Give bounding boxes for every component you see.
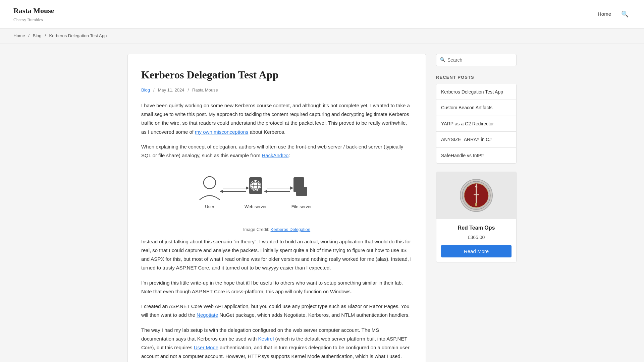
promo-image-wrap [436,172,516,219]
link-negotiate[interactable]: Negotiate [197,312,218,318]
link-kestrel[interactable]: Kestrel [258,336,274,342]
promo-badge [460,179,493,212]
post-para-2: When explaining the concept of delegatio… [141,142,412,160]
search-input[interactable] [447,57,513,63]
svg-text:File server: File server [291,204,312,209]
site-title[interactable]: Rasta Mouse [13,5,54,16]
header-search-icon[interactable]: 🔍 [619,10,631,18]
page-wrapper: Kerberos Delegation Test App Blog / May … [121,44,523,362]
link-user-mode[interactable]: User Mode [194,345,218,350]
sidebar-search-icon: 🔍 [440,56,445,64]
breadcrumb-home[interactable]: Home [13,33,25,38]
svg-point-0 [204,177,216,189]
post-title: Kerberos Delegation Test App [141,66,412,83]
site-header: Rasta Mouse Cheesy Rumbles Home 🔍 [0,0,644,28]
sidebar: 🔍 RECENT POSTS Kerberos Delegation Test … [436,54,517,262]
promo-title: Red Team Ops [441,224,512,232]
breadcrumb: Home / Blog / Kerberos Delegation Test A… [0,28,644,44]
breadcrumb-sep-2: / [45,33,46,38]
link-misconceptions[interactable]: my own misconceptions [195,129,248,135]
post-para-3: Instead of just talking about this scena… [141,237,412,273]
post-meta-sep2: / [187,87,189,94]
recent-post-item[interactable]: ANYSIZE_ARRAY in C# [436,132,516,147]
svg-marker-5 [220,190,223,193]
delegation-diagram: User Web server [190,168,364,222]
recent-posts-section: RECENT POSTS Kerberos Delegation Test Ap… [436,74,517,164]
recent-post-item[interactable]: Custom Beacon Artifacts [436,100,516,116]
post-para-5: I created an ASP.NET Core Web API applic… [141,302,412,320]
breadcrumb-current: Kerberos Delegation Test App [49,33,107,38]
svg-rect-27 [475,203,477,206]
recent-posts-title: RECENT POSTS [436,74,517,81]
svg-text:Web server: Web server [245,204,267,209]
svg-text:User: User [205,204,214,209]
main-content: Kerberos Delegation Test App Blog / May … [127,54,426,362]
main-nav: Home 🔍 [598,10,631,18]
post-meta-sep: / [153,87,155,94]
site-tagline: Cheesy Rumbles [13,16,54,23]
promo-card: Red Team Ops £365.00 Read More [436,172,517,262]
post-body: I have been quietly working on some new … [141,101,412,362]
link-hackanddo[interactable]: HackAndDo [262,153,288,158]
recent-post-item[interactable]: YARP as a C2 Redirector [436,116,516,132]
breadcrumb-sep-1: / [28,33,30,38]
post-meta: Blog / May 11, 2024 / Rasta Mouse [141,87,412,94]
post-category[interactable]: Blog [141,87,150,94]
svg-marker-17 [264,190,267,193]
post-date: May 11, 2024 [158,87,184,94]
post-diagram-wrap: User Web server [141,168,412,233]
recent-posts-list: Kerberos Delegation Test App Custom Beac… [436,84,517,164]
svg-rect-19 [296,187,307,196]
promo-card-body: Red Team Ops £365.00 Read More [436,219,516,262]
recent-post-item[interactable]: Kerberos Delegation Test App [436,84,516,100]
post-para-6: The way I had my lab setup is with the d… [141,326,412,362]
read-more-button[interactable]: Read More [441,245,512,257]
promo-price: £365.00 [441,234,512,241]
nav-home[interactable]: Home [598,10,611,18]
recent-post-item[interactable]: SafeHandle vs IntPtr [436,148,516,163]
post-author: Rasta Mouse [192,87,218,94]
svg-marker-15 [290,186,293,190]
post-para-4: I'm providing this little write-up in th… [141,279,412,296]
sidebar-search-wrap: 🔍 [436,54,517,66]
svg-marker-3 [246,186,249,190]
site-branding: Rasta Mouse Cheesy Rumbles [13,5,54,23]
image-caption: Image Credit: Kerberos Delegation [141,226,412,233]
post-para-1: I have been quietly working on some new … [141,101,412,136]
link-kerberos-delegation[interactable]: Kerberos Delegation [271,227,311,232]
breadcrumb-blog[interactable]: Blog [33,33,42,38]
